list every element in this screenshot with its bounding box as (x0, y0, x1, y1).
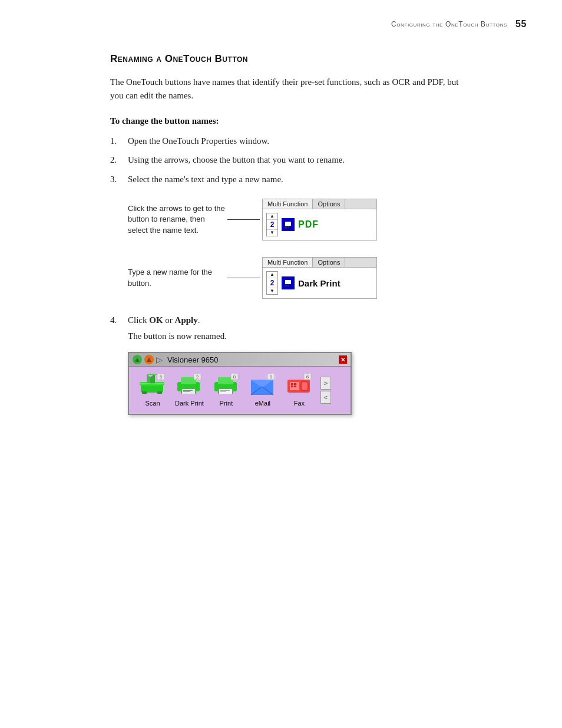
svg-rect-49 (302, 382, 308, 390)
step-4-click: Click (128, 315, 149, 325)
step-4-apply: Apply (175, 315, 198, 325)
step-4-ok: OK (149, 315, 163, 325)
svg-marker-12 (147, 374, 150, 384)
close-button[interactable]: ✕ (339, 355, 347, 364)
step-1-text: Open the OneTouch Properties window. (128, 134, 269, 148)
screenshot-1-row: Click the arrows to get to the button to… (128, 199, 464, 241)
spinner-up-2[interactable]: ▲ (269, 272, 275, 278)
svg-rect-5 (285, 280, 291, 284)
step-1-num: 1. (110, 134, 128, 148)
print-label: Print (220, 400, 233, 407)
svg-rect-17 (157, 391, 162, 394)
visioneer-window: ▷ Visioneer 9650 ✕ (128, 352, 352, 415)
step-3: 3. Select the name's text and type a new… (110, 173, 464, 186)
step-2-num: 2. (110, 153, 128, 167)
step-4-text: Click OK or Apply. (128, 315, 200, 325)
dark-print-label: Dark Print (175, 400, 204, 407)
svg-rect-7 (287, 285, 289, 286)
svg-marker-8 (135, 357, 140, 362)
ui-panel-1-body: ▲ 2 ▼ PDF (263, 209, 376, 240)
svg-rect-25 (183, 391, 190, 392)
titlebar-green-btn[interactable] (133, 355, 142, 364)
step-2: 2. Using the arrows, choose the button t… (110, 153, 464, 167)
svg-marker-13 (150, 374, 155, 384)
spinner-1[interactable]: ▲ 2 ▼ (266, 213, 278, 236)
svg-rect-3 (287, 226, 289, 228)
svg-rect-24 (183, 390, 193, 391)
callout-2-line (225, 278, 262, 278)
email-label: eMail (255, 400, 270, 407)
step-3-num: 3. (110, 173, 128, 186)
svg-rect-45 (294, 383, 296, 385)
step-4-period: . (198, 315, 200, 325)
print-icon: 8 (212, 374, 240, 398)
fax-label: Fax (294, 400, 305, 407)
fax-button-item[interactable]: 6 Fax (282, 371, 317, 409)
dark-print-icon: 2 (175, 374, 203, 398)
steps-list: 1. Open the OneTouch Properties window. … (110, 134, 464, 186)
svg-rect-14 (147, 374, 157, 375)
svg-rect-16 (142, 391, 147, 394)
tab-options-1: Options (313, 199, 345, 209)
svg-rect-15 (140, 383, 164, 384)
svg-text:9: 9 (270, 374, 273, 380)
scan-label: Scan (145, 400, 160, 407)
ui-panel-2-body: ▲ 2 ▼ Dark Print (263, 268, 376, 298)
callout-1-text: Click the arrows to get to the button to… (128, 203, 225, 236)
svg-rect-33 (220, 391, 226, 392)
tab-options-2: Options (313, 258, 345, 267)
page-content: Renaming a OneTouch Button The OneTouch … (39, 29, 523, 459)
svg-rect-44 (291, 383, 293, 385)
nav-arrows: > < (320, 377, 331, 404)
svg-text:5: 5 (160, 374, 163, 380)
spinner-val-1: 2 (267, 219, 277, 230)
renamed-text: The button is now renamed. (128, 331, 464, 341)
ui-panel-2: Multi Function Options ▲ 2 ▼ (262, 257, 377, 299)
titlebar-icons: ▷ (133, 355, 163, 364)
screenshot-2-row: Type a new name for the button. Multi Fu… (128, 257, 464, 299)
svg-rect-6 (285, 285, 287, 286)
nav-back-btn[interactable]: < (320, 391, 331, 404)
svg-rect-2 (285, 226, 287, 228)
ui-panel-1: Multi Function Options ▲ 2 ▼ (262, 199, 377, 241)
callout-2-text: Type a new name for the button. (128, 267, 225, 288)
svg-rect-10 (141, 384, 163, 393)
email-button-item[interactable]: 9 eMail (245, 371, 280, 409)
svg-rect-46 (291, 386, 293, 387)
titlebar-arrow-icon: ▷ (156, 355, 163, 364)
nav-forward-btn[interactable]: > (320, 377, 331, 390)
fax-icon: 6 (285, 374, 313, 398)
print-button-item[interactable]: 8 Print (209, 371, 244, 409)
scan-icon: 5 (138, 374, 167, 398)
section-title: Renaming a OneTouch Button (110, 53, 464, 65)
callout-1-line (225, 219, 262, 220)
button-name-1: PDF (298, 219, 319, 230)
visioneer-body: 5 Scan (129, 367, 351, 414)
titlebar-orange-btn[interactable] (144, 355, 154, 364)
step-4-container: 4. Click OK or Apply. The button is now … (110, 315, 464, 415)
arrow-line-1 (227, 219, 260, 220)
step-2-text: Using the arrows, choose the button that… (128, 153, 345, 167)
svg-rect-1 (285, 222, 291, 226)
button-icon-1 (282, 218, 295, 231)
spinner-up-1[interactable]: ▲ (269, 213, 275, 219)
visioneer-title: Visioneer 9650 (167, 355, 334, 364)
svg-text:2: 2 (196, 374, 199, 380)
tab-multifunction-1: Multi Function (263, 199, 313, 209)
svg-rect-47 (294, 386, 296, 387)
arrow-line-2 (227, 278, 260, 278)
spinner-down-1[interactable]: ▼ (269, 230, 275, 236)
email-icon: 9 (249, 374, 277, 398)
step-3-text: Select the name's text and type a new na… (128, 173, 283, 186)
intro-text: The OneTouch buttons have names that ide… (110, 75, 464, 103)
step-4-or: or (163, 315, 175, 325)
scan-button-item[interactable]: 5 Scan (135, 371, 170, 409)
ui-panel-2-tabs: Multi Function Options (263, 258, 376, 268)
subheading: To change the button names: (110, 116, 464, 126)
dark-print-button-item[interactable]: 2 Dark Print (171, 371, 207, 409)
spinner-2[interactable]: ▲ 2 ▼ (266, 271, 278, 295)
page-number: 55 (515, 19, 527, 29)
spinner-down-2[interactable]: ▼ (269, 288, 275, 294)
screenshots-area: Click the arrows to get to the button to… (128, 199, 464, 299)
svg-text:6: 6 (306, 374, 309, 380)
